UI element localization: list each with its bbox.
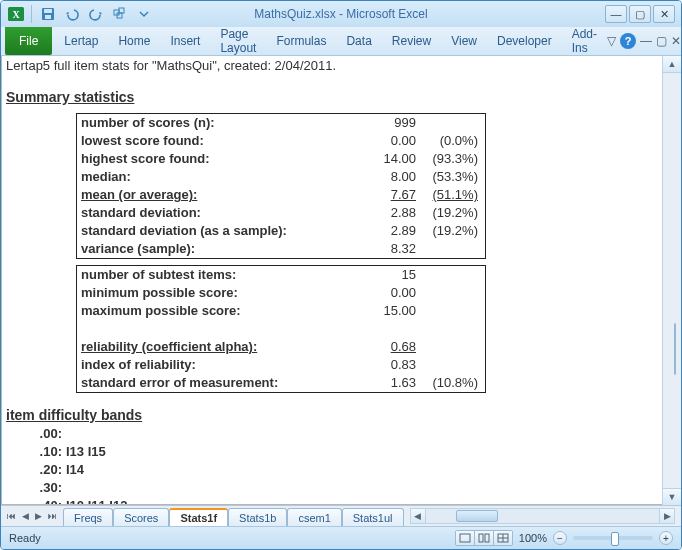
stat-label: variance (sample): (81, 240, 336, 258)
worksheet-area[interactable]: Lertap5 full item stats for "MathsQui", … (1, 56, 662, 505)
excel-icon: X (7, 5, 25, 23)
redo-icon[interactable] (86, 4, 106, 24)
difficulty-band-label: .30: (6, 479, 66, 497)
scroll-up-icon[interactable]: ▲ (663, 56, 681, 73)
difficulty-band-label: .40: (6, 497, 66, 505)
difficulty-band-label: .20: (6, 461, 66, 479)
tab-formulas[interactable]: Formulas (266, 27, 336, 55)
difficulty-row: .00: (6, 425, 658, 443)
undo-icon[interactable] (62, 4, 82, 24)
stat-label: standard deviation: (81, 204, 336, 222)
scroll-thumb[interactable] (674, 323, 676, 375)
stat-label: minimum possible score: (81, 284, 336, 302)
stat-value: 2.88 (336, 204, 416, 222)
stat-percent: (93.3%) (416, 150, 478, 168)
stat-label: reliability (coefficient alpha): (81, 338, 336, 356)
tab-addins[interactable]: Add-Ins (562, 27, 607, 55)
stat-percent: (51.1%) (416, 186, 478, 204)
stat-percent: (19.2%) (416, 204, 478, 222)
status-bar: Ready 100% − + (1, 526, 681, 549)
svg-text:X: X (12, 9, 20, 20)
scroll-down-icon[interactable]: ▼ (663, 488, 681, 505)
ribbon-minimize-icon[interactable]: ▽ (607, 34, 616, 48)
stat-label: index of reliability: (81, 356, 336, 374)
view-buttons (455, 530, 513, 546)
stat-label: median: (81, 168, 336, 186)
zoom-slider-thumb[interactable] (611, 532, 619, 546)
stat-label: lowest score found: (81, 132, 336, 150)
window-icon[interactable] (110, 4, 130, 24)
zoom-out-button[interactable]: − (553, 531, 567, 545)
zoom-level[interactable]: 100% (519, 532, 547, 544)
file-tab[interactable]: File (5, 27, 52, 55)
sheet-tab-scores[interactable]: Scores (113, 508, 169, 526)
prev-sheet-icon[interactable]: ◀ (20, 511, 31, 521)
stat-row: standard deviation:2.88(19.2%) (77, 204, 485, 222)
doc-restore-icon[interactable]: ▢ (656, 34, 667, 48)
close-button[interactable]: ✕ (653, 5, 675, 23)
sheet-tab-csem1[interactable]: csem1 (287, 508, 341, 526)
stat-label: standard error of measurement: (81, 374, 336, 392)
tab-developer[interactable]: Developer (487, 27, 562, 55)
next-sheet-icon[interactable]: ▶ (33, 511, 44, 521)
hscroll-right-icon[interactable]: ▶ (659, 508, 675, 524)
normal-view-icon[interactable] (456, 531, 475, 545)
sheet-tab-stats1b[interactable]: Stats1b (228, 508, 287, 526)
svg-rect-3 (44, 9, 52, 13)
difficulty-band-items: I10 I11 I12 (66, 497, 127, 505)
page-layout-view-icon[interactable] (475, 531, 494, 545)
stat-percent: (53.3%) (416, 168, 478, 186)
stat-percent: (19.2%) (416, 222, 478, 240)
tab-insert[interactable]: Insert (160, 27, 210, 55)
ribbon-tabs: File Lertap Home Insert Page Layout Form… (1, 27, 681, 56)
stat-value: 8.32 (336, 240, 416, 258)
title-bar: X MathsQuiz.xlsx - Microsoft Excel — ▢ ✕ (1, 1, 681, 27)
report-header-line: Lertap5 full item stats for "MathsQui", … (6, 58, 658, 73)
stat-row (77, 320, 485, 338)
stat-row: index of reliability:0.83 (77, 356, 485, 374)
difficulty-band-items: I13 I15 (66, 443, 106, 461)
maximize-button[interactable]: ▢ (629, 5, 651, 23)
sheet-tab-stats1f[interactable]: Stats1f (169, 508, 228, 526)
stat-row: highest score found:14.00(93.3%) (77, 150, 485, 168)
hscroll-thumb[interactable] (456, 510, 498, 522)
minimize-button[interactable]: — (605, 5, 627, 23)
tab-data[interactable]: Data (336, 27, 381, 55)
tab-page-layout[interactable]: Page Layout (210, 27, 266, 55)
tab-lertap[interactable]: Lertap (54, 27, 108, 55)
last-sheet-icon[interactable]: ⏭ (46, 511, 59, 521)
doc-close-icon[interactable]: ✕ (671, 34, 681, 48)
sheet-tab-freqs[interactable]: Freqs (63, 508, 113, 526)
stat-value: 8.00 (336, 168, 416, 186)
stat-value: 0.68 (336, 338, 416, 356)
first-sheet-icon[interactable]: ⏮ (5, 511, 18, 521)
hscroll-left-icon[interactable]: ◀ (410, 508, 426, 524)
stat-label: standard deviation (as a sample): (81, 222, 336, 240)
difficulty-row: .40:I10 I11 I12 (6, 497, 658, 505)
zoom-slider[interactable] (573, 536, 653, 540)
save-icon[interactable] (38, 4, 58, 24)
stat-value: 15.00 (336, 302, 416, 320)
difficulty-band-items: I14 (66, 461, 84, 479)
zoom-in-button[interactable]: + (659, 531, 673, 545)
doc-minimize-icon[interactable]: — (640, 34, 652, 48)
stat-value: 14.00 (336, 150, 416, 168)
status-ready: Ready (9, 532, 41, 544)
page-break-view-icon[interactable] (494, 531, 512, 545)
difficulty-row: .10:I13 I15 (6, 443, 658, 461)
tab-view[interactable]: View (441, 27, 487, 55)
svg-rect-10 (485, 534, 489, 542)
sheet-tab-stats1ul[interactable]: Stats1ul (342, 508, 404, 526)
qat-customize-icon[interactable] (134, 4, 154, 24)
stat-row: median:8.00(53.3%) (77, 168, 485, 186)
help-icon[interactable]: ? (620, 33, 636, 49)
stat-label: number of subtest items: (81, 266, 336, 284)
difficulty-heading: item difficulty bands (6, 407, 658, 423)
tab-review[interactable]: Review (382, 27, 441, 55)
vertical-scrollbar[interactable]: ▲ ▼ (662, 56, 681, 505)
stat-percent: (0.0%) (416, 132, 478, 150)
tab-home[interactable]: Home (108, 27, 160, 55)
stat-value: 0.83 (336, 356, 416, 374)
stat-row: standard error of measurement:1.63(10.8%… (77, 374, 485, 392)
stat-row: number of subtest items:15 (77, 266, 485, 284)
